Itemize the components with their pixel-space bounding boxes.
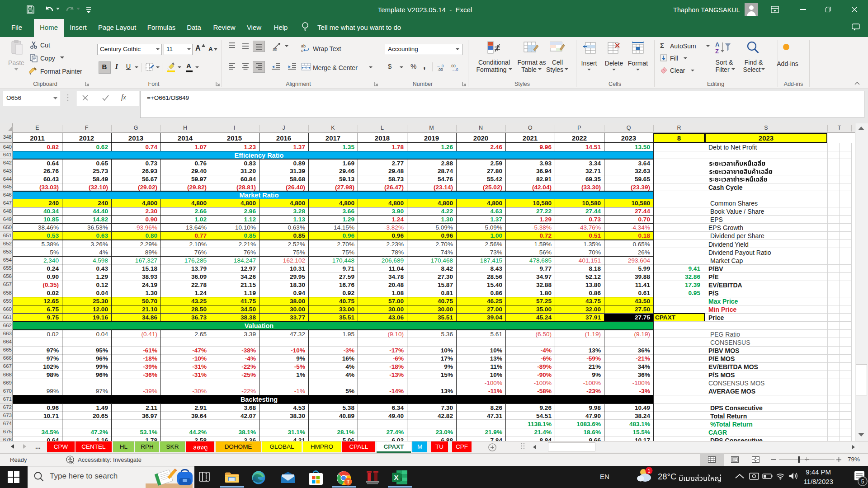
svg-text:c: c [301, 48, 303, 53]
svg-text:A: A [715, 41, 720, 48]
svg-text:ab: ab [273, 47, 277, 52]
svg-text:→.0: →.0 [451, 67, 458, 72]
svg-text:T: T [347, 479, 350, 484]
svg-text:X: X [394, 474, 398, 481]
svg-text:ab: ab [301, 44, 306, 48]
svg-text:5: 5 [861, 479, 864, 485]
svg-text:.00: .00 [438, 67, 443, 72]
svg-text:Z: Z [715, 48, 719, 55]
svg-text:1: 1 [647, 468, 650, 474]
